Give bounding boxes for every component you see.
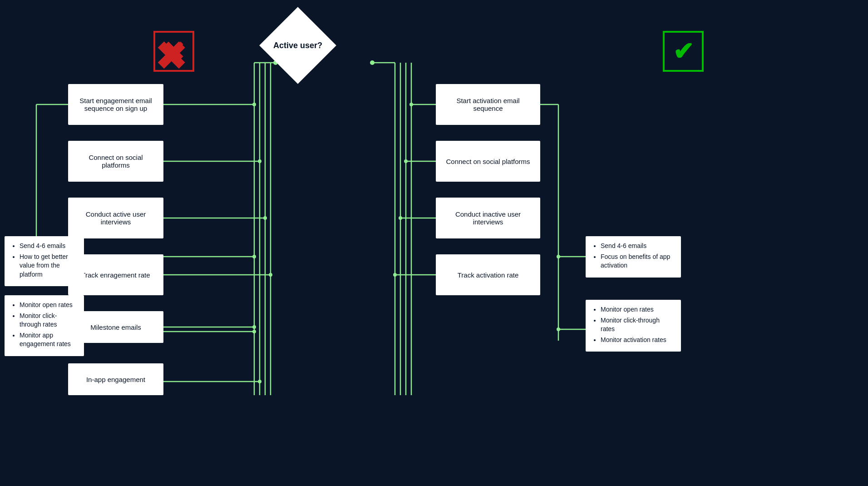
flowchart-canvas: Active user? ✖ ✕ ✔ Start engagement emai… bbox=[0, 0, 868, 486]
right-bullet-2-list: Monitor open rates Monitor click-through… bbox=[592, 305, 674, 344]
svg-point-7 bbox=[258, 159, 261, 163]
left-bullet-2: Monitor open rates Monitor click-through… bbox=[5, 295, 84, 356]
svg-point-2 bbox=[370, 60, 375, 65]
left-bullet-2-list: Monitor open rates Monitor click-through… bbox=[11, 301, 77, 349]
svg-point-13 bbox=[252, 325, 256, 329]
left-bullet-2-item-1: Monitor open rates bbox=[20, 301, 77, 310]
right-bullet-1-item-1: Send 4-6 emails bbox=[601, 242, 674, 251]
svg-point-15 bbox=[258, 380, 261, 383]
svg-point-5 bbox=[252, 103, 256, 106]
connectors-svg bbox=[0, 0, 868, 486]
svg-point-11 bbox=[269, 273, 272, 277]
left-box-1: Start engagement email sequence on sign … bbox=[68, 84, 163, 125]
right-box-4: Track activation rate bbox=[436, 254, 540, 295]
right-bullet-2-item-2: Monitor click-through rates bbox=[601, 316, 674, 334]
svg-point-9 bbox=[263, 216, 267, 220]
right-bullet-1: Send 4-6 emails Focus on benefits of app… bbox=[586, 236, 681, 278]
left-bullet-1: Send 4-6 emails How to get better value … bbox=[5, 236, 84, 286]
svg-point-20 bbox=[252, 255, 256, 258]
left-bullet-2-item-3: Monitor app engagement rates bbox=[20, 331, 77, 349]
right-bullet-1-list: Send 4-6 emails Focus on benefits of app… bbox=[592, 242, 674, 270]
x-symbol: ✕ bbox=[163, 35, 185, 67]
right-bullet-1-item-2: Focus on benefits of app activation bbox=[601, 253, 674, 270]
svg-point-22 bbox=[252, 330, 256, 333]
right-bullet-2: Monitor open rates Monitor click-through… bbox=[586, 300, 681, 352]
svg-point-31 bbox=[393, 273, 397, 277]
svg-point-29 bbox=[399, 216, 402, 220]
right-bullet-2-item-1: Monitor open rates bbox=[601, 305, 674, 314]
svg-point-37 bbox=[557, 327, 560, 331]
right-box-1: Start activation email sequence bbox=[436, 84, 540, 125]
right-bullet-2-item-3: Monitor activation rates bbox=[601, 336, 674, 345]
check-symbol: ✔ bbox=[673, 37, 694, 66]
left-box-2: Connect on social platforms bbox=[68, 141, 163, 182]
diamond-label: Active user? bbox=[261, 9, 334, 82]
right-box-3: Conduct inactive user interviews bbox=[436, 198, 540, 238]
left-bullet-1-list: Send 4-6 emails How to get better value … bbox=[11, 242, 77, 279]
active-check-box: ✔ bbox=[663, 31, 704, 72]
left-bullet-1-item-1: Send 4-6 emails bbox=[20, 242, 77, 251]
right-box-2: Connect on social platforms bbox=[436, 141, 540, 182]
left-bullet-1-item-2: How to get better value from the platfor… bbox=[20, 253, 77, 279]
svg-point-25 bbox=[409, 103, 413, 106]
diamond-node: Active user? bbox=[261, 9, 334, 82]
left-box-3: Conduct active user interviews bbox=[68, 198, 163, 238]
svg-point-35 bbox=[557, 255, 560, 258]
left-bullet-2-item-2: Monitor click-through rates bbox=[20, 312, 77, 329]
left-box-6: In-app engagement bbox=[68, 363, 163, 395]
inactive-x-box: ✕ bbox=[153, 31, 194, 72]
svg-point-27 bbox=[404, 159, 408, 163]
